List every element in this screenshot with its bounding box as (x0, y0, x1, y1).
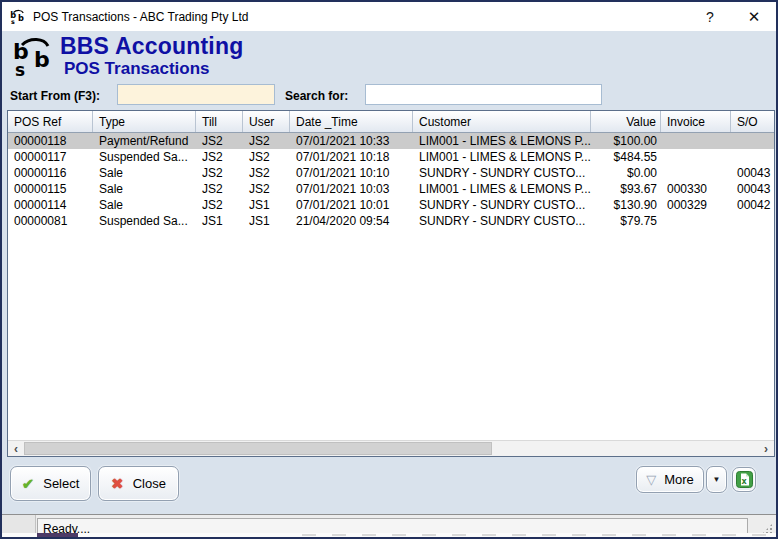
cell-type: Suspended Sa... (93, 149, 196, 165)
table-header-row: POS RefTypeTillUserDate _TimeCustomerVal… (8, 111, 774, 133)
excel-icon: x (736, 471, 753, 488)
table-row[interactable]: 00000116SaleJS2JS207/01/2021 10:10SUNDRY… (8, 165, 774, 181)
cell-pos-ref: 00000114 (8, 197, 93, 213)
horizontal-scrollbar[interactable]: ‹ › (8, 440, 774, 456)
cell-date-time: 07/01/2021 10:01 (290, 197, 413, 213)
column-header-customer[interactable]: Customer (413, 111, 591, 132)
background-fragment (37, 533, 78, 537)
start-from-input[interactable] (117, 84, 275, 105)
cell-till: JS2 (196, 133, 243, 149)
table-row[interactable]: 00000117Suspended Sa...JS2JS207/01/2021 … (8, 149, 774, 165)
cell-date-time: 07/01/2021 10:10 (290, 165, 413, 181)
cell-till: JS2 (196, 197, 243, 213)
cell-user: JS2 (243, 133, 290, 149)
cell-type: Sale (93, 197, 196, 213)
cell-customer: SUNDRY - SUNDRY CUSTO... (413, 197, 591, 213)
cell-s-o: 00042 (731, 197, 774, 213)
start-from-label: Start From (F3): (10, 89, 100, 103)
cell-user: JS2 (243, 181, 290, 197)
cell-type: Sale (93, 165, 196, 181)
svg-text:b: b (34, 47, 50, 72)
table-row[interactable]: 00000115SaleJS2JS207/01/2021 10:03LIM001… (8, 181, 774, 197)
close-button[interactable]: ✖ Close (98, 466, 179, 501)
svg-text:s: s (15, 60, 25, 78)
column-header-user[interactable]: User (243, 111, 290, 132)
cell-user: JS2 (243, 165, 290, 181)
window-bottom-sliver (2, 533, 776, 537)
cell-date-time: 21/04/2020 09:54 (290, 213, 413, 229)
bbs-logo-icon: b b s (10, 36, 58, 78)
close-button-label: Close (133, 476, 166, 491)
app-icon: b b s (9, 8, 27, 26)
svg-text:b: b (18, 12, 24, 22)
search-for-label: Search for: (285, 89, 348, 103)
table-body: 00000118Payment/RefundJS2JS207/01/2021 1… (8, 133, 774, 440)
cell-pos-ref: 00000117 (8, 149, 93, 165)
cell-customer: LIM001 - LIMES & LEMONS P... (413, 149, 591, 165)
background-fragment-marks (302, 534, 766, 536)
cell-pos-ref: 00000081 (8, 213, 93, 229)
cross-icon: ✖ (111, 475, 124, 493)
title-bar: b b s POS Transactions - ABC Trading Pty… (2, 2, 776, 31)
cell-till: JS2 (196, 149, 243, 165)
help-button[interactable]: ? (688, 2, 732, 31)
more-dropdown-button[interactable]: ▼ (706, 466, 727, 493)
cell-s-o: 00043 (731, 181, 774, 197)
table-row[interactable]: 00000081Suspended Sa...JS1JS121/04/2020 … (8, 213, 774, 229)
cell-user: JS2 (243, 149, 290, 165)
scrollbar-thumb[interactable] (24, 442, 492, 455)
table-row[interactable]: 00000114SaleJS2JS107/01/2021 10:01SUNDRY… (8, 197, 774, 213)
column-header-value[interactable]: Value (591, 111, 661, 132)
cell-till: JS1 (196, 213, 243, 229)
cell-date-time: 07/01/2021 10:18 (290, 149, 413, 165)
cell-s-o: 00043 (731, 165, 774, 181)
cell-type: Payment/Refund (93, 133, 196, 149)
column-header-s-o[interactable]: S/O (731, 111, 776, 132)
column-header-invoice[interactable]: Invoice (661, 111, 731, 132)
cell-type: Sale (93, 181, 196, 197)
cell-value: $100.00 (591, 133, 661, 149)
svg-text:s: s (11, 18, 15, 26)
cell-till: JS2 (196, 165, 243, 181)
svg-text:x: x (741, 477, 747, 486)
cell-till: JS2 (196, 181, 243, 197)
column-header-pos-ref[interactable]: POS Ref (8, 111, 93, 132)
check-icon: ✔ (22, 475, 35, 493)
table-row[interactable]: 00000118Payment/RefundJS2JS207/01/2021 1… (8, 133, 774, 149)
cell-value: $0.00 (591, 165, 661, 181)
cell-pos-ref: 00000116 (8, 165, 93, 181)
select-button-label: Select (43, 476, 79, 491)
pos-transactions-window: b b s POS Transactions - ABC Trading Pty… (0, 0, 778, 539)
column-header-date-time[interactable]: Date _Time (290, 111, 413, 132)
brand-title: BBS Accounting (60, 33, 243, 60)
select-button[interactable]: ✔ Select (10, 466, 91, 501)
window-title: POS Transactions - ABC Trading Pty Ltd (33, 10, 248, 24)
cell-customer: LIM001 - LIMES & LEMONS P... (413, 133, 591, 149)
cell-value: $484.55 (591, 149, 661, 165)
cell-pos-ref: 00000115 (8, 181, 93, 197)
search-for-input[interactable] (365, 84, 602, 105)
page-title: POS Transactions (64, 59, 210, 79)
cell-customer: SUNDRY - SUNDRY CUSTO... (413, 165, 591, 181)
more-button-label: More (664, 472, 694, 487)
cell-pos-ref: 00000118 (8, 133, 93, 149)
cell-value: $79.75 (591, 213, 661, 229)
cell-type: Suspended Sa... (93, 213, 196, 229)
column-header-type[interactable]: Type (93, 111, 196, 132)
cell-date-time: 07/01/2021 10:33 (290, 133, 413, 149)
triangle-down-outline-icon: ▽ (646, 473, 656, 486)
cell-user: JS1 (243, 197, 290, 213)
close-window-button[interactable]: ✕ (732, 2, 776, 31)
cell-customer: LIM001 - LIMES & LEMONS P... (413, 181, 591, 197)
transactions-table: POS RefTypeTillUserDate _TimeCustomerVal… (7, 110, 775, 457)
cell-invoice: 000330 (661, 181, 731, 197)
scroll-right-arrow[interactable]: › (758, 441, 774, 456)
export-excel-button[interactable]: x (732, 467, 756, 492)
cell-customer: SUNDRY - SUNDRY CUSTO... (413, 213, 591, 229)
cell-user: JS1 (243, 213, 290, 229)
cell-invoice: 000329 (661, 197, 731, 213)
scroll-left-arrow[interactable]: ‹ (8, 441, 24, 456)
cell-value: $93.67 (591, 181, 661, 197)
more-button[interactable]: ▽ More (636, 466, 704, 493)
column-header-till[interactable]: Till (196, 111, 243, 132)
